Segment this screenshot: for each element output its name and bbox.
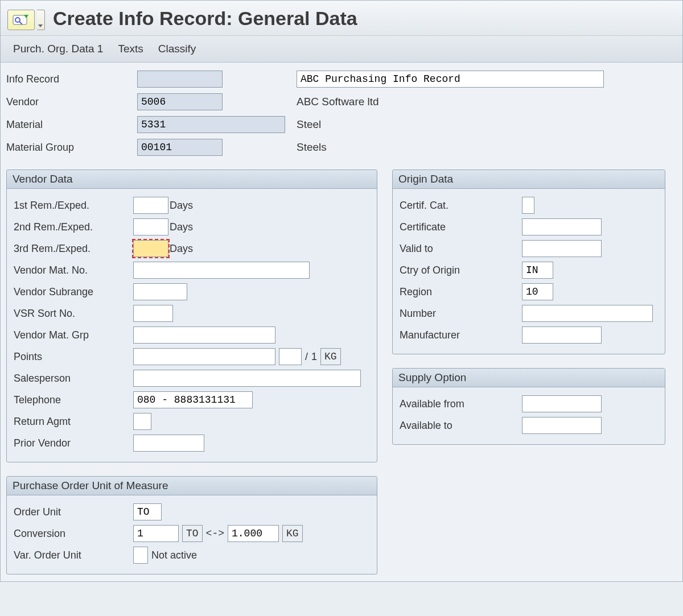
vendor-subrange-field[interactable] xyxy=(133,283,187,300)
prior-vendor-label: Prior Vendor xyxy=(14,437,133,449)
telephone-label: Telephone xyxy=(14,394,133,406)
menu-texts[interactable]: Texts xyxy=(118,43,143,55)
header-block: Info Record Vendor ABC Software ltd Mate… xyxy=(6,71,677,156)
window-frame: Create Info Record: General Data Purch. … xyxy=(0,0,683,582)
order-unit-field[interactable] xyxy=(133,503,162,520)
vsr-sort-no-label: VSR Sort No. xyxy=(14,308,133,320)
conversion-label: Conversion xyxy=(14,528,133,540)
material-field[interactable] xyxy=(137,116,285,133)
rem1-field[interactable] xyxy=(133,197,168,214)
certif-cat-label: Certif. Cat. xyxy=(400,200,522,212)
origin-data-panel: Origin Data Certif. Cat. Certificate Val… xyxy=(392,169,665,354)
menu-bar: Purch. Org. Data 1 Texts Classify xyxy=(1,35,682,63)
certif-cat-field[interactable] xyxy=(522,197,534,214)
vendor-subrange-label: Vendor Subrange xyxy=(14,286,133,298)
return-agmt-label: Return Agmt xyxy=(14,416,133,428)
valid-to-label: Valid to xyxy=(400,243,522,255)
info-record-desc-field[interactable] xyxy=(297,71,604,88)
menu-purch-org-data1[interactable]: Purch. Org. Data 1 xyxy=(13,43,103,55)
rem1-unit: Days xyxy=(170,200,193,212)
vendor-label: Vendor xyxy=(6,96,137,108)
vendor-data-panel: Vendor Data 1st Rem./Exped. Days 2nd Rem… xyxy=(6,169,377,462)
supply-option-title: Supply Option xyxy=(393,369,665,387)
po-unit-panel: Purchase Order Unit of Measure Order Uni… xyxy=(6,476,377,574)
title-dropdown-icon[interactable] xyxy=(37,10,45,30)
vendor-mat-no-field[interactable] xyxy=(133,262,310,279)
order-unit-label: Order Unit xyxy=(14,506,133,518)
vendor-mat-grp-field[interactable] xyxy=(133,326,275,344)
number-label: Number xyxy=(400,308,522,320)
po-unit-title: Purchase Order Unit of Measure xyxy=(7,477,377,495)
certificate-label: Certificate xyxy=(400,221,522,233)
material-label: Material xyxy=(6,119,137,131)
number-field[interactable] xyxy=(522,305,653,322)
ctry-origin-field[interactable] xyxy=(522,262,553,279)
vendor-mat-grp-label: Vendor Mat. Grp xyxy=(14,329,133,341)
conversion-to-unit: KG xyxy=(282,525,303,542)
telephone-field[interactable] xyxy=(133,391,253,408)
rem2-field[interactable] xyxy=(133,218,168,235)
title-icon[interactable] xyxy=(7,10,35,30)
origin-data-title: Origin Data xyxy=(393,170,665,189)
vsr-sort-no-field[interactable] xyxy=(133,305,173,322)
material-group-field[interactable] xyxy=(137,139,223,156)
vendor-field[interactable] xyxy=(137,93,223,110)
vendor-data-title: Vendor Data xyxy=(7,170,377,189)
rem2-label: 2nd Rem./Exped. xyxy=(14,221,133,233)
points-per: 1 xyxy=(311,351,317,363)
material-group-desc: Steels xyxy=(297,141,615,154)
manufacturer-field[interactable] xyxy=(522,326,602,344)
info-record-field[interactable] xyxy=(137,71,223,88)
content-area: Info Record Vendor ABC Software ltd Mate… xyxy=(1,63,682,581)
var-order-unit-field[interactable] xyxy=(133,547,148,564)
salesperson-field[interactable] xyxy=(133,370,361,387)
var-order-unit-text: Not active xyxy=(151,549,197,561)
vendor-mat-no-label: Vendor Mat. No. xyxy=(14,264,133,276)
var-order-unit-label: Var. Order Unit xyxy=(14,549,133,561)
region-field[interactable] xyxy=(522,283,553,300)
vendor-desc: ABC Software ltd xyxy=(297,96,615,108)
available-from-label: Available from xyxy=(400,398,522,410)
salesperson-label: Salesperson xyxy=(14,373,133,385)
return-agmt-field[interactable] xyxy=(133,413,151,430)
points-qty-field[interactable] xyxy=(279,348,302,365)
material-desc: Steel xyxy=(297,118,615,131)
points-label: Points xyxy=(14,351,133,363)
page-title: Create Info Record: General Data xyxy=(53,4,357,35)
prior-vendor-field[interactable] xyxy=(133,435,204,452)
rem2-unit: Days xyxy=(170,221,193,233)
points-unit: KG xyxy=(320,348,341,365)
conversion-arrow: <-> xyxy=(206,528,224,539)
conversion-from-qty-field[interactable] xyxy=(133,525,179,542)
menu-classify[interactable]: Classify xyxy=(158,43,196,55)
supply-option-panel: Supply Option Available from Available t… xyxy=(392,368,665,445)
title-bar: Create Info Record: General Data xyxy=(1,1,682,35)
conversion-to-qty-field[interactable] xyxy=(228,525,279,542)
points-field[interactable] xyxy=(133,348,275,365)
rem3-field[interactable] xyxy=(133,240,168,257)
rem3-label: 3rd Rem./Exped. xyxy=(14,243,133,255)
material-group-label: Material Group xyxy=(6,142,137,154)
available-from-field[interactable] xyxy=(522,395,602,412)
ctry-origin-label: Ctry of Origin xyxy=(400,264,522,276)
conversion-from-unit: TO xyxy=(182,525,203,542)
manufacturer-label: Manufacturer xyxy=(400,329,522,341)
rem1-label: 1st Rem./Exped. xyxy=(14,200,133,212)
available-to-field[interactable] xyxy=(522,417,602,434)
valid-to-field[interactable] xyxy=(522,240,602,257)
info-record-label: Info Record xyxy=(6,73,137,85)
available-to-label: Available to xyxy=(400,420,522,432)
region-label: Region xyxy=(400,286,522,298)
certificate-field[interactable] xyxy=(522,218,602,235)
rem3-unit: Days xyxy=(170,243,193,255)
points-slash: / xyxy=(305,351,308,363)
